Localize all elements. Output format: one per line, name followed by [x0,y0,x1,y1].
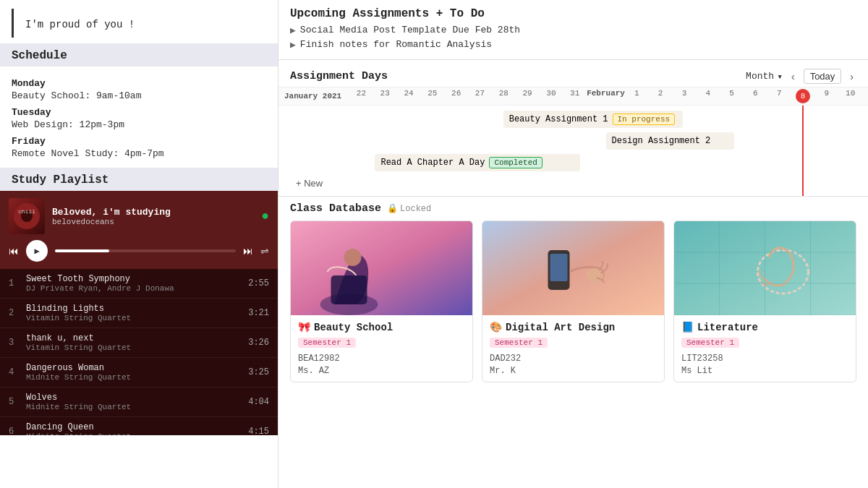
card-body-design: 🎨 Digital Art Design Semester 1 DAD232 M… [482,315,664,382]
prev-month-button[interactable]: ‹ [788,69,798,84]
month-selector[interactable]: Month ▾ [746,71,783,82]
player-controls[interactable]: ⏮ ▶ ⏭ ⇌ [9,240,269,262]
schedule-item-monday: Beauty School: 9am-10am [12,90,266,101]
lit-icon: 📘 [681,321,694,333]
next-button[interactable]: ⏭ [243,245,253,257]
track-duration: 4:04 [248,397,269,407]
track-name: Sweet Tooth Symphony [26,274,242,284]
todo-item-2: ▶ Finish notes for Romantic Analysis [290,39,856,51]
card-image-lit [674,221,856,315]
date-25: 25 [420,89,444,103]
track-artist: Vitamin String Quartet [26,314,242,322]
card-image-design [482,221,664,315]
track-duration: 3:26 [248,338,269,348]
track-info: Dancing Queen Midnite String Quartet [26,422,242,435]
date-27: 27 [468,89,492,103]
playlist-section: Study Playlist chill Beloved, i'm studyi… [0,168,278,435]
february-label: February [587,89,625,103]
quote-text: I'm proud of you ! [25,19,135,30]
svg-rect-3 [292,221,472,315]
upcoming-section: Upcoming Assignments + To Do ▶ Social Me… [278,0,868,60]
track-num: 2 [9,308,20,318]
calendar-title: Assignment Days [290,70,746,82]
date-2: 2 [649,89,673,103]
list-item[interactable]: 2 Blinding Lights Vitamin String Quartet… [0,299,278,328]
card-name-beauty: 🎀 Beauty School [298,321,465,333]
date-4: 4 [696,89,720,103]
track-name: Dangerous Woman [26,363,242,373]
class-card-lit[interactable]: 📘 Literature Semester 1 LIT23258 Ms Lit [673,221,856,382]
class-card-beauty[interactable]: 🎀 Beauty School Semester 1 BEA12982 Ms. … [290,221,473,382]
track-duration: 3:25 [248,367,269,377]
calendar-controls: Month ▾ ‹ Today › [746,69,856,84]
svg-rect-7 [483,221,664,315]
track-artist: Midnite String Quartet [26,373,242,382]
chevron-down-icon: ▾ [777,71,783,82]
beauty-icon: 🎀 [298,321,310,333]
track-num: 3 [9,338,20,348]
locked-label: Locked [400,204,431,214]
gantt-area: Beauty Assignment 1 In progress Design A… [278,106,868,196]
todo-arrow-icon: ▶ [290,25,296,36]
share-button[interactable]: ⇌ [260,245,269,257]
track-num: 6 [9,427,20,435]
list-item[interactable]: 4 Dangerous Woman Midnite String Quartet… [0,358,278,388]
month-label: Month [746,71,774,82]
track-artist: Midnite String Quartet [26,403,242,411]
date-8-today: 8 [791,89,815,103]
date-31: 31 [563,89,587,103]
list-item[interactable]: 3 thank u, next Vitamin String Quartet 3… [0,328,278,358]
svg-rect-6 [331,275,367,304]
read-assignment-label: Read A Chapter A Day [380,158,485,168]
list-item[interactable]: 1 Sweet Tooth Symphony DJ Private Ryan, … [0,269,278,299]
read-assignment-bar[interactable]: Read A Chapter A Day Completed [375,154,580,171]
date-9: 9 [814,89,838,103]
next-month-button[interactable]: › [847,69,856,84]
january-label: January 2021 [284,92,349,100]
play-button[interactable]: ▶ [26,240,48,262]
spotify-icon: ● [261,209,269,223]
song-info: Beloved, i'm studying belovedoceans [52,207,254,226]
card-name-design: 🎨 Digital Art Design [490,321,657,333]
left-panel: I'm proud of you ! Schedule Monday Beaut… [0,0,278,488]
prev-button[interactable]: ⏮ [9,245,19,257]
track-info: Dangerous Woman Midnite String Quartet [26,363,242,382]
gantt-row-read: Read A Chapter A Day Completed [284,152,862,174]
schedule-item-friday: Remote Novel Study: 4pm-7pm [12,148,266,159]
date-24: 24 [397,89,421,103]
list-item[interactable]: 6 Dancing Queen Midnite String Quartet 4… [0,417,278,435]
svg-rect-9 [550,254,568,281]
track-duration: 3:21 [248,308,269,318]
class-card-design[interactable]: 🎨 Digital Art Design Semester 1 DAD232 M… [482,221,665,382]
class-db-section: Class Database 🔒 Locked [278,197,868,488]
progress-fill [55,249,109,252]
design-assignment-bar[interactable]: Design Assignment 2 [606,132,734,150]
svg-point-5 [344,249,362,266]
track-num: 5 [9,397,20,407]
lock-icon: 🔒 [387,203,398,214]
card-teacher-lit: Ms Lit [681,366,848,376]
new-assignment-button[interactable]: + New [284,174,334,193]
playlist-list: 1 Sweet Tooth Symphony DJ Private Ryan, … [0,269,278,435]
schedule-day-monday: Monday [12,78,266,89]
date-22: 22 [349,89,373,103]
track-info: Sweet Tooth Symphony DJ Private Ryan, An… [26,274,242,293]
date-23: 23 [373,89,397,103]
today-button[interactable]: Today [804,69,842,84]
completed-badge: Completed [489,157,542,168]
track-name: Dancing Queen [26,422,242,432]
locked-badge: 🔒 Locked [387,203,431,214]
date-10: 10 [838,89,862,103]
date-28: 28 [492,89,516,103]
card-body-beauty: 🎀 Beauty School Semester 1 BEA12982 Ms. … [291,315,472,382]
progress-bar [55,249,236,252]
beauty-assignment-bar[interactable]: Beauty Assignment 1 In progress [503,111,683,128]
today-line [802,106,804,196]
card-teacher-design: Mr. K [490,366,657,376]
track-artist: Vitamin String Quartet [26,343,242,352]
card-code-beauty: BEA12982 [298,354,465,364]
list-item[interactable]: 5 Wolves Midnite String Quartet 4:04 [0,388,278,417]
schedule-section: Monday Beauty School: 9am-10am Tuesday W… [0,67,278,165]
track-info: Blinding Lights Vitamin String Quartet [26,304,242,322]
date-26: 26 [444,89,468,103]
